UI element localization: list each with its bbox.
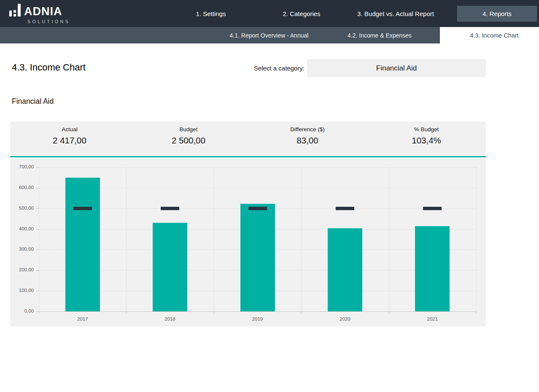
- subnav-background: 4.1. Report Overview - Annual 4.2. Incom…: [0, 27, 440, 43]
- x-axis-tick: [476, 311, 477, 314]
- y-axis-tick: [36, 249, 39, 250]
- gridline-vertical: [126, 167, 127, 311]
- brand-name: ADNIA: [24, 5, 62, 18]
- budget-marker-2019: [248, 207, 267, 210]
- summary-strip: Actual 2 417,00 Budget 2 500,00 Differen…: [10, 122, 486, 157]
- budget-marker-2018: [161, 207, 179, 210]
- budget-marker-2017: [73, 207, 92, 210]
- top-navbar: ADNIA SOLUTIONS 1. Settings 2. Categorie…: [0, 0, 539, 27]
- y-axis-line: [39, 167, 39, 311]
- y-axis-tick: [36, 167, 39, 168]
- plot-area: 20172018201920202021: [39, 167, 476, 311]
- income-bar-chart: 20172018201920202021 0,00100,00200,00300…: [10, 159, 486, 327]
- bar-2017: [65, 178, 100, 311]
- bar-chart-logo-icon: [9, 4, 21, 18]
- sub-navbar: 4.1. Report Overview - Annual 4.2. Incom…: [0, 27, 539, 43]
- nav-item-reports-active[interactable]: 4. Reports: [457, 6, 537, 22]
- y-axis-label: 400,00: [10, 226, 34, 231]
- y-axis-tick: [36, 229, 39, 230]
- y-axis-label: 100,00: [10, 288, 34, 293]
- chart-section-title: Financial Aid: [12, 97, 54, 106]
- metric-percent-budget: % Budget 103,4%: [367, 122, 486, 156]
- y-axis-label: 700,00: [10, 164, 34, 169]
- x-axis-label: 2020: [301, 316, 388, 323]
- metric-value: 103,4%: [367, 135, 486, 146]
- metric-value: 83,00: [248, 135, 367, 146]
- y-axis-tick: [36, 208, 39, 209]
- metric-label: % Budget: [367, 126, 486, 132]
- page-title: 4.3. Income Chart: [12, 62, 86, 73]
- category-select[interactable]: Financial Aid: [307, 59, 486, 77]
- x-axis-tick: [39, 311, 39, 314]
- app-window: ADNIA SOLUTIONS 1. Settings 2. Categorie…: [0, 0, 539, 392]
- y-axis-label: 0,00: [10, 308, 34, 314]
- category-select-label: Select a category:: [254, 65, 305, 72]
- x-axis-line: [39, 311, 476, 312]
- x-axis-tick: [126, 311, 127, 314]
- bar-2018: [153, 223, 187, 311]
- brand-logo: ADNIA SOLUTIONS: [9, 4, 70, 24]
- metric-label: Actual: [10, 126, 129, 132]
- budget-marker-2020: [336, 207, 354, 210]
- nav-item-budget-vs-actual[interactable]: 3. Budget vs. Actual Report: [357, 10, 434, 17]
- y-axis-label: 500,00: [10, 205, 34, 211]
- y-axis-label: 300,00: [10, 246, 34, 251]
- y-axis-tick: [36, 311, 39, 312]
- gridline-vertical: [214, 167, 214, 311]
- metric-label: Budget: [129, 126, 248, 132]
- y-axis-label: 200,00: [10, 267, 34, 272]
- x-axis-label: 2019: [214, 316, 301, 323]
- x-axis-label: 2017: [39, 316, 126, 323]
- gridline-vertical: [476, 167, 477, 311]
- x-axis-tick: [389, 311, 389, 314]
- subnav-item-income-chart-active[interactable]: 4.3. Income Chart: [470, 32, 518, 39]
- bar-2021: [415, 226, 450, 311]
- x-axis-label: 2018: [126, 316, 213, 323]
- x-axis-label: 2021: [389, 316, 476, 323]
- gridline-vertical: [389, 167, 389, 311]
- metric-value: 2 500,00: [129, 135, 248, 146]
- subnav-item-report-overview[interactable]: 4.1. Report Overview - Annual: [230, 32, 309, 39]
- metric-label: Difference ($): [248, 126, 367, 132]
- x-axis-tick: [301, 311, 302, 314]
- y-axis-tick: [36, 291, 39, 291]
- nav-item-categories[interactable]: 2. Categories: [283, 10, 320, 17]
- subnav-item-income-expenses[interactable]: 4.2. Income & Expenses: [348, 32, 412, 39]
- metric-value: 2 417,00: [10, 135, 129, 146]
- gridline: [39, 167, 476, 168]
- budget-marker-2021: [423, 207, 442, 210]
- y-axis-tick: [36, 188, 39, 188]
- gridline-vertical: [301, 167, 302, 311]
- x-axis-tick: [214, 311, 214, 314]
- metric-actual: Actual 2 417,00: [10, 122, 129, 156]
- y-axis-label: 600,00: [10, 185, 34, 190]
- metric-difference: Difference ($) 83,00: [248, 122, 367, 156]
- category-select-value: Financial Aid: [376, 64, 417, 73]
- bar-2020: [328, 228, 362, 311]
- metric-budget: Budget 2 500,00: [129, 122, 248, 156]
- y-axis-tick: [36, 270, 39, 270]
- nav-item-settings[interactable]: 1. Settings: [196, 10, 226, 17]
- bar-2019: [240, 204, 275, 311]
- gridline: [39, 188, 476, 188]
- brand-tagline: SOLUTIONS: [27, 19, 70, 24]
